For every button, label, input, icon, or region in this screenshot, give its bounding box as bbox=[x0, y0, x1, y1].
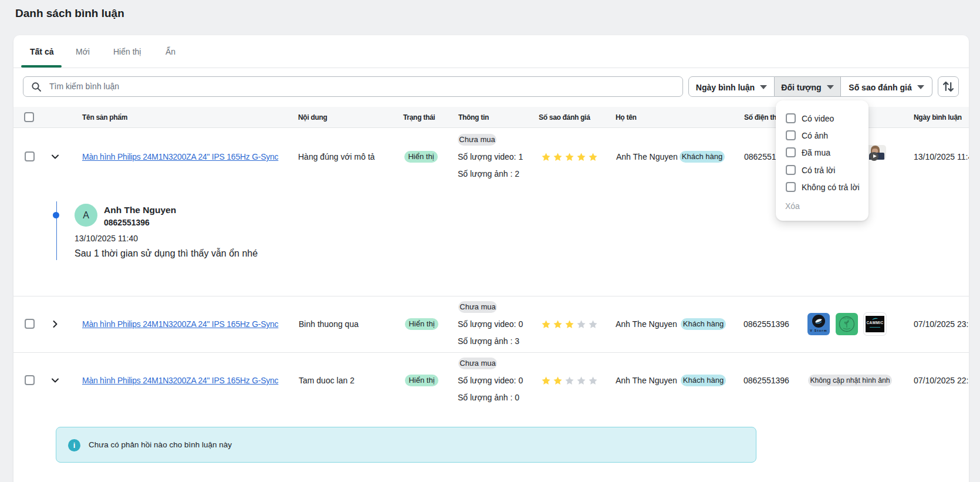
svg-text:The Rak: The Rak bbox=[843, 318, 851, 320]
